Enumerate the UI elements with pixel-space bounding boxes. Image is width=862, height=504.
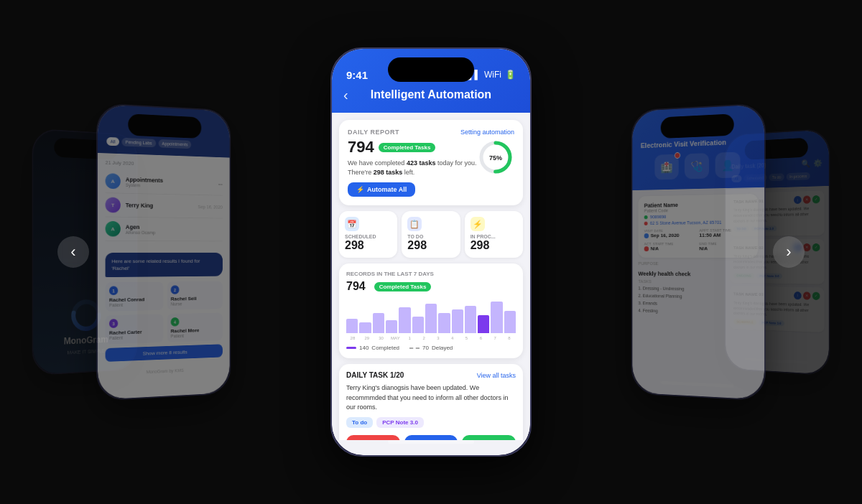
phone-left1: All Pending Labs Appointments 21 July 20… (96, 103, 231, 401)
chart-bar (346, 319, 358, 334)
act-start-val: N/A (651, 246, 659, 251)
tab-all[interactable]: All (106, 137, 119, 146)
task-check-btn[interactable]: ✓ (812, 243, 820, 251)
list-item[interactable]: T Terry King Sep 16, 2020 (106, 193, 223, 218)
task-header: DAILY TASK 1/20 View all tasks (346, 371, 516, 379)
tag-pcp-note: PCP Note 3.0 (376, 417, 424, 428)
task-delete-btn[interactable]: ✕ (803, 195, 811, 203)
search-icon[interactable]: 🔍 (802, 159, 810, 168)
result-role: Patient (109, 335, 159, 340)
list-item[interactable]: A Agen Alfonso Ocamp (106, 217, 223, 241)
chart-bar (412, 317, 424, 333)
report-main-row: 794 Completed Tasks We have completed 42… (348, 139, 514, 197)
task-tags: To do PCP Note 3.0 (346, 417, 516, 428)
notification-badge (675, 152, 680, 159)
result-role: Patient (109, 302, 159, 308)
completed-legend-label: Completed (371, 345, 399, 351)
inprogress-label: IN PROC... (471, 234, 517, 239)
evv-icon-hospital[interactable]: 🏥 (654, 154, 678, 180)
red-dot (644, 221, 648, 225)
proceed-button[interactable]: ⚡ Proceed (462, 435, 516, 440)
phone-row: 9089898 (644, 213, 752, 219)
next-arrow[interactable]: › (773, 236, 805, 268)
settings-icon[interactable]: ⚙️ (813, 159, 822, 167)
filter-todo[interactable]: To do (769, 173, 784, 181)
report-description: We have completed 423 tasks today for yo… (348, 159, 476, 177)
chart-labels: 282930MAY12345678 (346, 336, 516, 340)
schedule-button[interactable]: 📅 Schedule (404, 435, 458, 440)
chart-header: RECORDS IN THE LAST 7 DAYS (346, 271, 516, 277)
chart-legend: 140 Completed 70 Delayed (346, 345, 516, 351)
result-number: 4 (171, 317, 180, 327)
task-delete-btn[interactable]: ✕ (803, 291, 811, 299)
visit-date-item: VISIT DATE Sep 16, 2020 (644, 228, 695, 238)
center-screen: 9:41 ▐▌▌ WiFi 🔋 ‹ Intelligent Automation (332, 49, 530, 455)
chart-axis-label: 6 (474, 336, 487, 340)
hospital-icon: 🏥 (661, 161, 673, 173)
phones-container: ‹ › MonoGram (0, 0, 862, 504)
svg-text:75%: 75% (489, 154, 502, 162)
evv-icon-patients[interactable]: 👤 (715, 151, 741, 178)
task-action-btn[interactable]: i (794, 291, 801, 299)
show-more-button[interactable]: Show more 8 results (106, 345, 223, 363)
section-date: 21 July 2020 (106, 159, 223, 169)
status-time: 9:41 (346, 69, 368, 81)
chevron-left-icon: ‹ (70, 243, 75, 261)
task-card: DAILY TASK 1/20 View all tasks Terry Kin… (339, 364, 523, 440)
setting-automation-link[interactable]: Setting automation (460, 129, 514, 136)
home-indicator-r1 (661, 381, 734, 388)
tab-appointments[interactable]: Appointments (158, 139, 191, 149)
home-indicator (128, 381, 201, 388)
delay-button[interactable]: ✕ Delay (346, 435, 400, 440)
right1-screen: Electronic Visit Verification 🏥 🩺 👤 (632, 104, 764, 399)
address-text: 62 S Stone Avenue Tucson, AZ 85701 (650, 220, 722, 225)
filter-inprocess[interactable]: In process (787, 172, 810, 181)
task-actions: i ✕ ✓ (794, 291, 820, 300)
list-item[interactable]: A Appointments System ••• (106, 169, 223, 196)
task-check-btn[interactable]: ✓ (812, 291, 820, 299)
prev-arrow[interactable]: ‹ (57, 236, 89, 268)
chart-axis-label: MAY (389, 336, 402, 340)
delayed-legend-num: 70 (422, 345, 429, 351)
chart-bar (504, 311, 516, 333)
act-start-item: ACT. START TIME N/A (644, 242, 695, 251)
chart-axis-label: 1 (403, 336, 416, 340)
result-item[interactable]: 3 Rachel Carter Patient (106, 314, 164, 345)
result-item[interactable]: 1 Rachel Conrad Patient (106, 282, 164, 312)
result-role: Nurse (171, 301, 219, 306)
task-item: 4. Feeding (639, 307, 759, 317)
view-all-tasks-link[interactable]: View all tasks (477, 372, 516, 379)
search-results: 1 Rachel Conrad Patient 2 Rachel Sell Nu… (106, 281, 223, 345)
phone-number: 9089898 (650, 215, 667, 219)
tab-pending-labs[interactable]: Pending Labs (121, 138, 156, 147)
green-dot (644, 215, 648, 219)
tasks-label: TASKS (639, 279, 759, 285)
scheduled-num: 298 (345, 239, 391, 252)
date-row: VISIT DATE Sep 16, 2020 APPT START TIME … (644, 228, 752, 238)
chevron-right-icon: › (786, 243, 791, 261)
scheduled-label: SCHEDULED (345, 234, 391, 239)
stat-inprogress: ⚡ IN PROC... 298 (465, 211, 523, 258)
scroll-content[interactable]: DAILY REPORT Setting automation 794 Comp… (332, 113, 530, 440)
report-right: 75% (477, 139, 514, 179)
evv-icon-visits[interactable]: 🩺 (685, 153, 709, 179)
patient-name: Agen (126, 223, 155, 230)
task-check-btn[interactable]: ✓ (812, 195, 820, 203)
result-item[interactable]: 2 Rachel Sell Nurse (167, 281, 223, 310)
result-item[interactable]: 4 Rachel More Patient (167, 313, 223, 342)
purpose-value: Weekly health check (639, 271, 759, 278)
chart-bar (373, 313, 384, 333)
evv-icons-row: 🏥 🩺 👤 (641, 151, 756, 180)
dynamic-island-center (388, 57, 474, 82)
automate-all-button[interactable]: ⚡ Automate All (348, 182, 415, 197)
date-row2: ACT. START TIME N/A END TIME N/A (644, 242, 752, 252)
dynamic-island-l1 (128, 113, 201, 139)
chart-axis-label: 3 (432, 336, 445, 340)
home-indicator-center (388, 440, 474, 444)
stethoscope-icon: 🩺 (691, 160, 703, 172)
task-action-btn[interactable]: i (794, 196, 801, 204)
avatar: A (106, 221, 121, 237)
chart-bar (425, 304, 437, 333)
monogram-byline: MonoGram by KMS (98, 363, 230, 381)
dynamic-island-r1 (661, 113, 734, 139)
